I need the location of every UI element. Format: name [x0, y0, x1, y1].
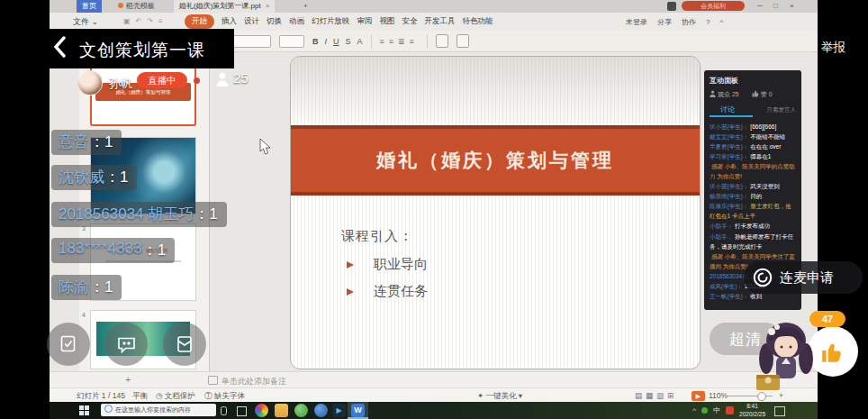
- align-buttons[interactable]: ≡≡≣≡: [380, 37, 419, 46]
- missing-font[interactable]: Ⓣ 缺失字体: [204, 391, 245, 402]
- panel-message: 伏小苗(学生)：武天没登到: [710, 181, 796, 191]
- tray-expand-icon[interactable]: ^: [692, 406, 696, 414]
- member-promo-pill[interactable]: 会员福利: [682, 1, 745, 11]
- task-signin-button[interactable]: [47, 323, 90, 366]
- slide-title: 婚礼（婚庆）策划与管理: [291, 129, 700, 192]
- file-menu[interactable]: 文件 ⌄: [73, 13, 98, 31]
- doc-protect[interactable]: ◷ 文档保护: [156, 391, 195, 402]
- task-view-button[interactable]: [237, 406, 247, 416]
- bullet-marker-icon: [347, 261, 354, 269]
- taskbar-clock[interactable]: 8:41 2020/2/25: [739, 403, 765, 418]
- ime-indicator[interactable]: 中: [713, 405, 720, 415]
- action-center-icon[interactable]: [774, 406, 785, 416]
- maximize-button[interactable]: □: [773, 0, 778, 13]
- message-icon[interactable]: [667, 2, 676, 11]
- login-button[interactable]: 未登录: [626, 17, 647, 27]
- new-tab-button[interactable]: +: [298, 0, 313, 13]
- ribbon-tab[interactable]: 切换: [267, 16, 282, 27]
- clock-date: 2020/2/25: [739, 411, 765, 418]
- theme-name[interactable]: 平衡: [132, 391, 148, 402]
- zoom-percent[interactable]: 110%: [709, 391, 728, 400]
- ribbon-tab[interactable]: 幻灯片放映: [312, 16, 350, 27]
- list-icon[interactable]: [436, 34, 448, 48]
- wps-docker-tab[interactable]: 稻壳模板: [113, 0, 160, 13]
- format-button[interactable]: B: [312, 37, 319, 46]
- like-count-badge: 47: [809, 311, 845, 327]
- teacher-name: 孙帆: [109, 76, 132, 92]
- help-button[interactable]: ?: [706, 18, 710, 26]
- wps-tab-bar: 首页 稻壳模板 婚礼(婚庆)策划第一课.ppt× + 会员福利 ─ □ ×: [50, 0, 818, 13]
- docker-icon: [118, 3, 123, 8]
- mic-icon[interactable]: [221, 406, 227, 415]
- bullet-marker-icon: [347, 288, 354, 296]
- find-icon[interactable]: [457, 34, 469, 48]
- tray-green-icon[interactable]: [701, 407, 708, 414]
- tab-discussion[interactable]: 讨论: [720, 105, 735, 114]
- ribbon-tab[interactable]: 视图: [380, 16, 395, 27]
- start-button[interactable]: [79, 405, 89, 415]
- ribbon-tab[interactable]: 开始: [185, 14, 214, 29]
- taskbar-search-input[interactable]: 在这里输入你要搜索的内容: [101, 404, 216, 416]
- green-app-icon[interactable]: [294, 404, 308, 417]
- ribbon-tab[interactable]: 设计: [244, 16, 259, 27]
- report-button[interactable]: 举报: [821, 40, 845, 56]
- teacher-avatar[interactable]: [77, 70, 103, 96]
- wps-app-icon[interactable]: W: [351, 404, 365, 417]
- ribbon-tab[interactable]: 特色功能: [463, 16, 493, 27]
- format-button[interactable]: U: [333, 37, 339, 46]
- pinwheel-app-icon[interactable]: [255, 404, 268, 417]
- ribbon-tab[interactable]: 安全: [402, 16, 418, 27]
- panel-message: 糖宝宝(学生)：不能错不能错: [710, 132, 796, 141]
- slide-counter: 幻灯片 1 / 145: [77, 391, 125, 402]
- live-badge: 直播中: [137, 72, 187, 88]
- minimize-button[interactable]: ─: [757, 0, 763, 13]
- wps-status-bar: 幻灯片 1 / 145 平衡 ◷ 文档保护 Ⓣ 缺失字体 ✦ 一键美化 ▾ ▤▦…: [50, 387, 818, 403]
- collapse-ribbon-icon[interactable]: ^: [719, 18, 723, 26]
- like-button[interactable]: [808, 326, 858, 377]
- panel-message: 小助手：打卡发布成功: [710, 221, 796, 231]
- chat-button[interactable]: [104, 323, 148, 366]
- notes-icon: [208, 376, 218, 385]
- beautify-button[interactable]: ✦ 一键美化 ▾: [477, 391, 522, 402]
- ribbon-tab[interactable]: 审阅: [357, 16, 373, 27]
- text-format-buttons: BIUSA: [312, 37, 363, 46]
- format-button[interactable]: I: [325, 37, 328, 46]
- browser-app-icon[interactable]: [314, 404, 328, 417]
- viewer-icon: [216, 72, 229, 90]
- panel-viewers: 观众 25: [710, 90, 739, 99]
- tab-filter-speakers[interactable]: 只看发言人: [767, 106, 797, 114]
- wps-home-tab[interactable]: 首页: [77, 0, 102, 13]
- ribbon-tab[interactable]: 开发工具: [425, 16, 456, 27]
- main-slide[interactable]: 婚礼（婚庆）策划与管理 课程引入： 职业导向 连贯任务: [290, 56, 701, 369]
- redpacket-button[interactable]: [163, 323, 206, 366]
- mic-request-button[interactable]: 连麦申请: [744, 261, 863, 294]
- tray-red-icon[interactable]: [726, 406, 734, 414]
- add-slide-button[interactable]: +: [125, 374, 131, 385]
- format-button[interactable]: S: [346, 37, 351, 46]
- ribbon-tab[interactable]: 插入: [222, 16, 237, 27]
- danmaku-message: 2018563034 胡玉巧：1: [51, 202, 227, 227]
- share-button[interactable]: 分享: [657, 17, 672, 27]
- wps-document-tab[interactable]: 婚礼(婚庆)策划第一课.ppt×: [174, 0, 275, 13]
- clock-time: 8:41: [739, 403, 765, 410]
- slide-title-band: 婚礼（婚庆）策划与管理: [291, 125, 700, 196]
- ribbon-tab[interactable]: 动画: [289, 16, 304, 27]
- close-window-button[interactable]: ×: [790, 0, 794, 13]
- search-icon: [104, 405, 113, 413]
- file-explorer-icon[interactable]: [275, 404, 288, 417]
- font-size-box[interactable]: [279, 35, 304, 48]
- collab-button[interactable]: 协作: [682, 17, 696, 27]
- slideshow-play-button[interactable]: ▶: [692, 391, 705, 401]
- back-button[interactable]: [52, 36, 67, 61]
- quick-access-icons[interactable]: ▣↶↷≡: [123, 13, 168, 31]
- notes-placeholder[interactable]: 单击此处添加备注: [208, 376, 286, 387]
- format-button[interactable]: A: [357, 37, 363, 46]
- panel-tabs: 讨论 只看发言人: [710, 105, 796, 118]
- notification-dot: [194, 77, 200, 84]
- document-tab-label: 婚礼(婚庆)策划第一课.ppt: [179, 2, 261, 10]
- close-tab-icon[interactable]: ×: [266, 2, 270, 10]
- video-app-icon[interactable]: ▶: [332, 404, 346, 417]
- view-mode-icons[interactable]: ▤▦▥⊞: [635, 391, 677, 400]
- panel-message: 学习家(学生)：弹幕在1: [710, 151, 796, 161]
- panel-likes: 赞 0: [752, 90, 773, 99]
